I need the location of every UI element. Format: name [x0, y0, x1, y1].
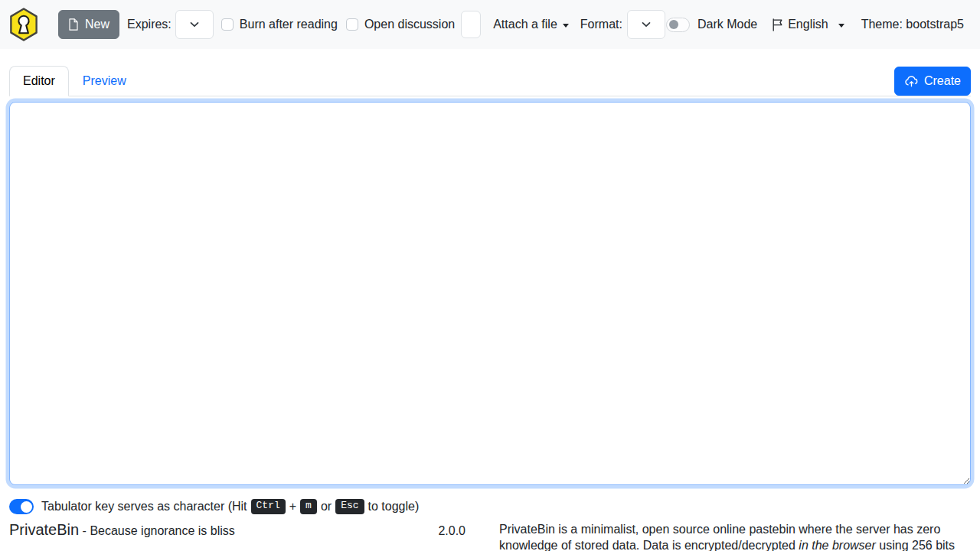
new-button-label: New	[85, 18, 109, 31]
caret-down-icon	[563, 24, 569, 28]
burn-after-reading-group: Burn after reading	[221, 18, 338, 31]
privatebin-logo-icon[interactable]	[9, 8, 38, 41]
ctrl-key-chip: Ctrl	[251, 499, 286, 514]
top-navbar: New Expires: Burn after reading Open dis…	[0, 0, 980, 49]
app-tagline: - Because ignorance is bliss	[79, 524, 235, 537]
open-discussion-label[interactable]: Open discussion	[364, 18, 455, 31]
cloud-upload-icon	[904, 75, 919, 87]
create-button[interactable]: Create	[894, 67, 971, 96]
tabulator-option-row: Tabulator key serves as character (Hit C…	[9, 498, 971, 515]
version-number: 2.0.0	[438, 524, 466, 538]
footer: PrivateBin - Because ignorance is bliss …	[9, 521, 971, 551]
caret-down-icon	[838, 24, 844, 28]
file-icon	[68, 18, 79, 31]
open-discussion-checkbox[interactable]	[346, 18, 358, 31]
footer-description: PrivateBin is a minimalist, open source …	[499, 521, 971, 551]
m-key-chip: m	[300, 499, 317, 514]
tabulator-text-suffix: to toggle)	[368, 500, 420, 514]
esc-key-chip: Esc	[335, 499, 364, 514]
plus-sign: +	[289, 500, 296, 514]
description-emphasis: in the browser	[799, 539, 876, 551]
theme-selector[interactable]: Theme: bootstrap5	[861, 18, 964, 31]
expires-label: Expires:	[127, 18, 172, 31]
tab-editor[interactable]: Editor	[9, 66, 69, 96]
create-button-label: Create	[924, 74, 961, 88]
footer-brand-section: PrivateBin - Because ignorance is bliss …	[9, 521, 466, 539]
tab-preview[interactable]: Preview	[69, 66, 140, 96]
chevron-down-icon	[642, 21, 651, 28]
format-label: Format:	[580, 18, 622, 31]
language-dropdown[interactable]: English	[772, 18, 844, 31]
burn-after-reading-label[interactable]: Burn after reading	[240, 18, 338, 31]
open-discussion-group: Open discussion	[346, 18, 455, 31]
dark-mode-label[interactable]: Dark Mode	[697, 18, 757, 31]
expires-select[interactable]	[175, 10, 214, 39]
tab-bar: Editor Preview Create	[0, 66, 980, 96]
app-name: PrivateBin	[9, 521, 79, 538]
flag-icon	[772, 18, 783, 31]
attach-file-label: Attach a file	[493, 18, 557, 31]
paste-editor-textarea[interactable]	[9, 102, 971, 485]
attach-file-dropdown[interactable]: Attach a file	[493, 18, 569, 31]
format-select[interactable]	[627, 10, 665, 39]
brand-line: PrivateBin - Because ignorance is bliss	[9, 521, 235, 539]
or-text: or	[321, 500, 332, 514]
chevron-down-icon	[190, 21, 199, 28]
tabulator-key-toggle[interactable]	[9, 499, 34, 514]
new-paste-button[interactable]: New	[58, 10, 119, 39]
tabulator-text-prefix: Tabulator key serves as character (Hit	[41, 500, 247, 514]
burn-after-reading-checkbox[interactable]	[221, 18, 234, 31]
language-label: English	[788, 18, 828, 31]
nav-tabs: Editor Preview	[9, 66, 971, 96]
password-input[interactable]	[461, 11, 481, 38]
tabulator-option-label: Tabulator key serves as character (Hit C…	[41, 499, 419, 514]
dark-mode-toggle[interactable]	[666, 18, 690, 32]
